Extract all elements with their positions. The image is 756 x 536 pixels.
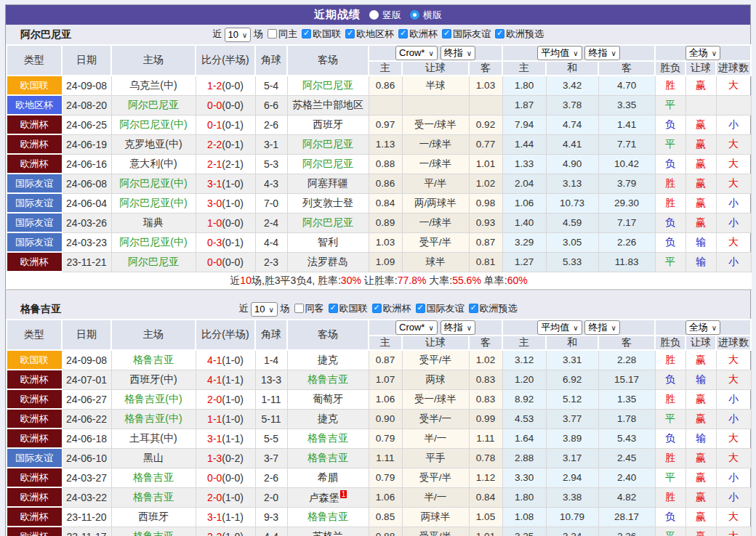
away-team: 阿尔巴尼亚 (287, 213, 369, 232)
average-select[interactable]: 平均值∨ (537, 46, 582, 60)
avg-home-odds: 1.40 (502, 213, 546, 232)
handicap-line: 受一/球半 (402, 389, 469, 409)
match-date: 24-03-27 (62, 468, 111, 487)
radio-horizontal-layout[interactable]: 横版 (410, 9, 442, 22)
result-goals: 小 (716, 487, 751, 507)
competition-checkbox[interactable] (442, 29, 451, 38)
home-team: 克罗地亚(中) (111, 134, 196, 154)
period-select[interactable]: 全场∨ (685, 46, 720, 60)
corner-score: 4-3 (255, 174, 287, 193)
score: 0-0(0-0) (196, 95, 255, 115)
period-select[interactable]: 全场∨ (685, 320, 720, 335)
competition-checkbox[interactable] (302, 29, 311, 38)
same-venue-checkbox[interactable] (294, 304, 304, 313)
home-team: 格鲁吉亚(中) (111, 409, 196, 429)
odds-time-select[interactable]: 终指∨ (441, 46, 475, 60)
team-name: 格鲁吉亚 (20, 303, 61, 316)
sub-header: 胜负 (655, 336, 685, 350)
competition-checkbox[interactable] (345, 29, 355, 38)
recent-count-select[interactable]: 10∨ (251, 302, 278, 317)
sub-header: 让球 (402, 336, 469, 350)
result-outcome: 负 (655, 429, 685, 448)
handicap-line: 球半 (402, 252, 469, 272)
home-team: 格鲁吉亚 (111, 527, 196, 536)
result-outcome: 负 (655, 213, 685, 232)
competition-label: 欧国联 (339, 303, 368, 314)
handicap-home-odds: 1.07 (369, 370, 402, 389)
away-team: 葡萄牙 (287, 389, 369, 409)
handicap-home-odds: 0.84 (369, 193, 402, 213)
avg-home-odds: 2.88 (502, 448, 546, 468)
competition-badge: 欧洲杯 (7, 115, 62, 134)
result-handicap: 赢 (685, 389, 716, 409)
recent-count-select[interactable]: 10∨ (225, 28, 252, 42)
avg-away-odds: 2.28 (598, 350, 655, 370)
competition-checkbox[interactable] (372, 304, 382, 313)
match-row: 国际友谊 24-06-04 阿尔巴尼亚(中) 3-0(1-0) 7-0 列支敦士… (7, 193, 751, 213)
same-venue-checkbox[interactable] (268, 29, 277, 38)
avg-home-odds: 3.12 (502, 350, 546, 370)
match-date: 24-06-04 (62, 193, 111, 213)
competition-checkbox[interactable] (469, 304, 478, 313)
match-date: 24-06-10 (62, 448, 111, 468)
handicap-away-odds: 0.98 (469, 193, 502, 213)
match-date: 24-06-19 (62, 134, 111, 154)
handicap-line (402, 95, 469, 115)
handicap-away-odds: 1.12 (469, 468, 502, 487)
radio-vertical-icon[interactable] (369, 10, 379, 20)
bookmaker-select[interactable]: Crow*∨ (395, 46, 438, 60)
col-header-corner: 角球 (255, 320, 287, 350)
avg-time-select[interactable]: 终指∨ (584, 46, 619, 60)
match-date: 24-09-08 (62, 350, 111, 370)
avg-home-odds: 1.87 (502, 95, 546, 115)
competition-checkbox[interactable] (495, 29, 504, 38)
competition-label: 欧洲杯 (409, 28, 438, 39)
chevron-down-icon: ∨ (573, 49, 578, 57)
result-handicap (685, 95, 716, 115)
sub-header: 客 (598, 61, 655, 76)
col-header-home: 主场 (111, 45, 196, 76)
score: 2-0(1-0) (196, 487, 255, 507)
score: 3-0(1-0) (196, 193, 255, 213)
result-goals: 大 (716, 370, 751, 389)
handicap-home-odds: 1.13 (369, 134, 402, 154)
match-row: 欧洲杯 24-07-01 西班牙(中) 4-1(1-1) 13-3 格鲁吉亚 1… (7, 370, 751, 389)
avg-time-select[interactable]: 终指∨ (584, 320, 619, 335)
handicap-home-odds: 1.11 (369, 448, 402, 468)
section-header: 近 10∨ 场同主欧国联欧地区杯欧洲杯国际友谊欧洲预选 阿尔巴尼亚 (6, 25, 750, 44)
radio-vertical-layout[interactable]: 竖版 (369, 9, 401, 22)
competition-checkbox[interactable] (398, 29, 408, 38)
competition-badge: 国际友谊 (7, 448, 62, 468)
avg-draw-odds: 10.73 (546, 193, 598, 213)
recent-results-panel: 近期战绩 竖版 横版 近 10∨ 场同主欧国联欧地区杯欧洲杯国际友谊欧洲预选 阿… (5, 4, 751, 536)
result-group-header: 全场∨ (655, 320, 751, 336)
competition-badge: 欧洲杯 (7, 370, 62, 389)
result-handicap: 输 (685, 252, 716, 272)
corner-score: 2-3 (255, 252, 287, 272)
average-select[interactable]: 平均值∨ (537, 320, 582, 335)
radio-horizontal-icon[interactable] (410, 10, 419, 20)
competition-label: 欧地区杯 (356, 28, 394, 39)
result-handicap: 赢 (685, 527, 716, 536)
bookmaker-select[interactable]: Crow*∨ (395, 320, 438, 335)
handicap-line: 半/一 (402, 487, 469, 507)
corner-score: 9-3 (255, 507, 287, 527)
radio-horizontal-label: 横版 (423, 9, 442, 22)
sub-header: 客 (469, 336, 502, 350)
result-goals: 大 (716, 232, 751, 252)
avg-home-odds: 3.25 (502, 527, 546, 536)
competition-checkbox[interactable] (329, 304, 338, 313)
avg-home-odds: 3.29 (502, 232, 546, 252)
corner-score: 3-7 (255, 448, 287, 468)
matches-table: 类型 日期 主场 比分(半场) 角球 客场 Crow*∨ 终指∨ 平均值∨ 终指… (6, 44, 752, 290)
corner-score: 3-1 (255, 134, 287, 154)
top-title-bar: 近期战绩 竖版 横版 (6, 5, 750, 25)
competition-badge: 国际友谊 (7, 193, 62, 213)
sub-header: 客 (469, 61, 502, 76)
odds-time-select[interactable]: 终指∨ (441, 320, 475, 335)
score: 1-3(0-2) (196, 448, 255, 468)
handicap-away-odds: 0.84 (469, 487, 502, 507)
competition-checkbox[interactable] (416, 304, 425, 313)
home-team: 阿尔巴尼亚(中) (111, 174, 196, 193)
sub-header: 主 (369, 336, 402, 350)
